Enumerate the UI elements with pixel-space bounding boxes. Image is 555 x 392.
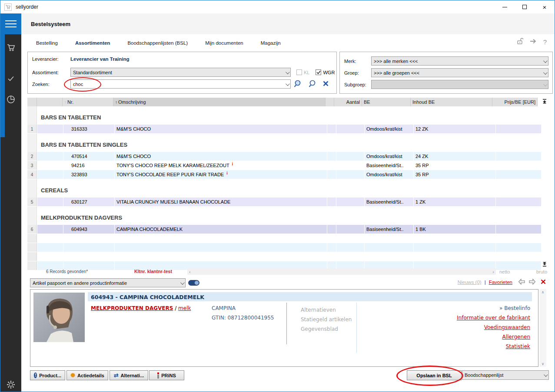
chevron-down-icon	[543, 59, 548, 63]
forward-arrow-icon[interactable]	[529, 38, 537, 45]
cell-aantal[interactable]	[336, 161, 364, 170]
column-header-prijs[interactable]: Prijs/BE [EUR]	[492, 98, 538, 106]
exclamation-icon: !	[34, 372, 37, 378]
next-arrow-icon[interactable]	[528, 279, 536, 286]
scroll-up-icon[interactable]: ∧	[542, 290, 545, 294]
wgr-checkbox[interactable]	[316, 69, 321, 75]
chevron-down-icon	[543, 70, 548, 75]
column-header-omschrijving[interactable]: ↑Omschrijving	[113, 98, 326, 106]
subcategory-link[interactable]: melk	[178, 305, 191, 311]
group-header: BARS EN TABLETTEN SINGLES	[27, 134, 541, 152]
column-header-inhoud-be[interactable]: Inhoud BE	[411, 98, 492, 106]
cell-aantal[interactable]	[336, 125, 364, 133]
tab-boodschappenlijsten[interactable]: Boodschappenlijsten (BSL)	[127, 40, 188, 46]
product-info-link[interactable]: Voedingswaarden	[457, 323, 530, 332]
favorieten-link[interactable]: Favorieten	[489, 280, 512, 285]
window-title: sellyorder	[16, 4, 38, 10]
cell-aantal[interactable]	[336, 198, 364, 206]
product-gtin: GTIN: 08712800041955	[212, 315, 274, 321]
horizontal-scrollbar[interactable]: ‹ ›	[187, 268, 496, 275]
scroll-to-bottom-icon[interactable]	[542, 262, 547, 267]
table-row[interactable]: 394216TONY'S CHOCO REEP MELK KARAMEL/ZEE…	[27, 161, 541, 170]
empty-row	[27, 243, 541, 252]
prev-arrow-icon[interactable]	[518, 279, 525, 286]
tab-magazijn[interactable]: Magazijn	[261, 40, 281, 46]
help-icon[interactable]: ?	[543, 38, 547, 46]
cart-icon[interactable]	[0, 39, 21, 56]
actiedetails-button[interactable]: ✺ Actiedetails	[66, 370, 108, 380]
cell-aantal[interactable]	[336, 152, 364, 161]
clear-search-icon[interactable]	[322, 80, 329, 88]
table-row[interactable]: 4323893TONY'S CHOCOLADE REEP PUUR FAIR T…	[27, 170, 541, 179]
merk-select[interactable]: >>> alle merken <<<	[371, 56, 548, 66]
close-button[interactable]: ×	[535, 0, 555, 13]
group-label: MELKPRODUKTEN DAGVERS	[37, 214, 122, 225]
cell-aantal[interactable]	[336, 225, 364, 234]
maximize-button[interactable]	[515, 0, 535, 13]
info-icon[interactable]: i	[226, 171, 228, 175]
subgroep-label: Subgroep:	[344, 82, 371, 87]
product-info-link[interactable]: Informatie over de fabrikant	[457, 313, 530, 323]
table-row[interactable]: 5630127VITALIA CRUNCHY MUESLI BANAAN CHO…	[27, 198, 541, 206]
boodschappenlijst-select[interactable]: Boodschappenlijst	[462, 370, 549, 380]
tab-bestelling[interactable]: Bestelling	[36, 40, 58, 46]
check-icon[interactable]	[0, 70, 21, 87]
cell-prijs	[496, 125, 541, 133]
leverancier-value: Leverancier van Training	[70, 56, 130, 62]
scroll-to-top-icon[interactable]	[542, 99, 547, 104]
scroll-down-icon[interactable]: ∨	[542, 362, 545, 366]
column-header-nr[interactable]: ↑Nr.	[63, 98, 113, 106]
table-row[interactable]: 6604943CAMPINA CHOCOLADEMELKBasiseenheid…	[27, 225, 541, 234]
prins-button[interactable]: PRiNS	[149, 370, 184, 380]
info-view-select[interactable]: Artikel paspoort en andere productinform…	[30, 278, 186, 287]
nieuws-link[interactable]: Nieuws (0)	[458, 280, 482, 285]
category-link[interactable]: MELKPRODUKTEN DAGVERS	[91, 305, 173, 311]
page-title: Bestelsysteem	[31, 21, 70, 27]
menu-icon[interactable]	[0, 13, 21, 34]
pie-chart-icon[interactable]	[0, 91, 21, 108]
product-brand: CAMPINA	[212, 305, 236, 311]
scroll-right-icon[interactable]: ›	[492, 269, 494, 274]
product-title: 604943 - CAMPINA CHOCOLADEMELK	[91, 294, 204, 300]
close-info-icon[interactable]	[541, 279, 546, 285]
product-info-link[interactable]: Allergenen	[457, 332, 530, 342]
swap-icon: ⇄	[114, 372, 119, 379]
scroll-left-icon[interactable]: ‹	[189, 269, 191, 274]
search-highlight-icon[interactable]	[294, 79, 302, 89]
cell-prijs	[496, 161, 541, 170]
tab-assortimenten[interactable]: Assortimenten	[75, 40, 110, 46]
minimize-button[interactable]	[495, 0, 515, 13]
table-row[interactable]: 2470514M&M'S CHOCOOmdoos/krat/kist24 ZK	[27, 152, 541, 161]
bestelinfo-link[interactable]: » Bestelinfo	[457, 303, 530, 313]
product-info-link[interactable]: Statistiek	[457, 342, 530, 351]
cell-nr: 604943	[63, 225, 114, 234]
customer-number-label: Kltnr. klantnr-test	[134, 269, 172, 274]
cell-nr: 94216	[63, 161, 114, 170]
column-header-be[interactable]: BE	[362, 98, 411, 106]
product-info-panel: 604943 - CAMPINA CHOCOLADEMELK MELKPRODU…	[30, 289, 538, 367]
chevron-down-icon	[543, 82, 548, 86]
subgroep-select	[371, 80, 548, 89]
assortiment-select[interactable]: Standardsortiment	[70, 68, 291, 77]
cell-aantal[interactable]	[336, 170, 364, 179]
tab-bar: Bestelling Assortimenten Boodschappenlij…	[36, 40, 281, 46]
kl-checkbox[interactable]	[296, 69, 302, 75]
info-toggle[interactable]	[188, 280, 199, 286]
product-panel-scrollbar[interactable]: ∧ ∨	[539, 289, 546, 367]
cell-inhoud-be: 24 ZK	[414, 152, 495, 161]
product-grey-links: AlternatievenStatiegeld artikelenGegeven…	[301, 305, 352, 334]
product-red-links: Informatie over de fabrikantVoedingswaar…	[457, 313, 530, 351]
opslaan-in-bsl-button[interactable]: Opslaan in BSL	[407, 370, 462, 380]
records-found-label: 6 Records gevonden*	[46, 269, 88, 274]
unlock-icon[interactable]	[517, 38, 523, 46]
tab-mijn-documenten[interactable]: Mijn documenten	[205, 40, 243, 46]
cell-prijs	[496, 225, 541, 234]
search-icon[interactable]	[308, 79, 317, 89]
info-icon[interactable]: i	[232, 162, 233, 166]
column-header-aantal[interactable]: Aantal	[334, 98, 362, 106]
search-input[interactable]: choc	[70, 79, 291, 89]
table-row[interactable]: 1316333M&M'S CHOCOOmdoos/krat/kist12 ZK	[27, 125, 541, 133]
groep-select[interactable]: >>> alle groepen <<<	[371, 68, 548, 77]
product-details-button[interactable]: ! Product...	[30, 370, 65, 380]
alternatieven-button[interactable]: ⇄ Alternati...	[110, 370, 148, 380]
